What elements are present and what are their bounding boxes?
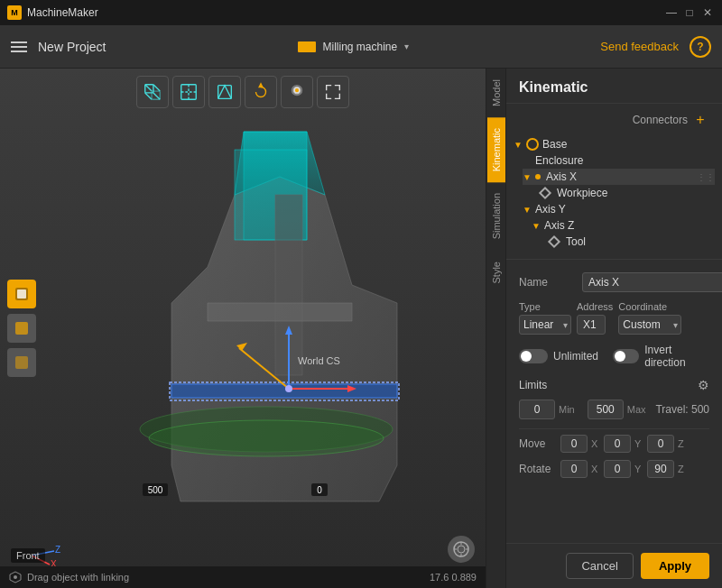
tab-style[interactable]: Style (487, 251, 505, 294)
connectors-row: Connectors + (506, 104, 722, 133)
dim-0-label: 0 (317, 485, 322, 495)
tool-icon (548, 235, 560, 248)
base-label: Base (542, 138, 567, 151)
type-address-coordinate-row: Type Linear Rotary Address Coordinate (519, 301, 709, 335)
apply-button[interactable]: Apply (641, 553, 709, 579)
rotate-view-button[interactable] (245, 76, 277, 108)
tab-kinematic[interactable]: Kinematic (487, 117, 505, 182)
machine-icon (298, 41, 316, 52)
axis-z-label: Axis Z (544, 219, 574, 232)
viewport[interactable]: Z X 500 0 World CS Front (0, 69, 486, 588)
tree-item-axis-x[interactable]: ▼ Axis X ⋮⋮ (523, 169, 715, 185)
tree-arrow-base[interactable]: ▼ (514, 140, 523, 150)
unlimited-toggle[interactable] (519, 349, 548, 363)
axis-x-label: Axis X (546, 170, 577, 183)
invert-toggle-item: Invert direction (613, 344, 709, 369)
side-tabs: Model Kinematic Simulation Style (486, 69, 505, 588)
workpiece-label: Workpiece (557, 187, 607, 199)
camera-icon[interactable] (448, 536, 475, 563)
tree-arrow-axis-x[interactable]: ▼ (523, 172, 532, 182)
tab-model[interactable]: Model (487, 69, 505, 117)
status-text: Drag object with linking (27, 572, 129, 583)
rotate-y-input[interactable] (604, 460, 631, 478)
tree-item-base[interactable]: ▼ Base (514, 136, 715, 152)
project-name: New Project (38, 40, 106, 54)
svg-line-4 (145, 93, 152, 99)
tree-arrow-axis-z[interactable]: ▼ (532, 221, 541, 231)
axis-x-icon (535, 174, 541, 179)
minimize-button[interactable]: — (664, 5, 679, 20)
rotate-z-input[interactable] (647, 460, 674, 478)
move-z-input[interactable] (647, 435, 674, 453)
expand-button[interactable] (317, 76, 349, 108)
address-label: Address (577, 301, 613, 312)
limit-min-unit: Min (559, 404, 575, 415)
unlimited-toggle-item: Unlimited (519, 349, 598, 363)
tool-label: Tool (566, 235, 586, 248)
help-button[interactable]: ? (690, 36, 711, 58)
move-y-input[interactable] (604, 435, 631, 453)
top-view-button[interactable] (172, 76, 205, 108)
menu-icon[interactable] (11, 41, 27, 52)
tree-item-workpiece[interactable]: Workpiece (541, 185, 715, 201)
app-name: MachineMaker (27, 6, 98, 19)
panel-footer: Cancel Apply (506, 543, 722, 588)
tree-more-icon: ⋮⋮ (697, 172, 715, 182)
enclosure-label: Enclosure (535, 154, 583, 167)
maximize-button[interactable]: □ (682, 5, 697, 20)
tree-item-axis-y[interactable]: ▼ Axis Y (523, 201, 715, 217)
properties-panel: Name ... Type Linear Rotary Address (506, 265, 722, 543)
type-select[interactable]: Linear Rotary (519, 315, 571, 335)
invert-knob (615, 351, 625, 362)
axis-y-label: Axis Y (535, 203, 566, 216)
tree-item-enclosure[interactable]: Enclosure (523, 152, 715, 169)
side-view-button[interactable] (208, 76, 241, 108)
titlebar-controls: — □ ✕ (664, 5, 715, 20)
name-input[interactable] (582, 272, 722, 292)
move-x-input[interactable] (560, 435, 588, 453)
tree-arrow-axis-y[interactable]: ▼ (523, 205, 532, 215)
address-input[interactable] (577, 315, 606, 335)
limits-settings-icon[interactable]: ⚙ (698, 378, 709, 392)
invert-toggle[interactable] (613, 349, 639, 363)
tree-item-axis-z[interactable]: ▼ Axis Z (532, 217, 715, 234)
svg-line-5 (153, 93, 160, 99)
tree-item-tool[interactable]: Tool (550, 234, 715, 250)
move-label: Move (519, 437, 557, 450)
machine-selector[interactable]: Milling machine ▾ (298, 41, 410, 53)
left-icon-1[interactable] (7, 280, 36, 308)
svg-rect-26 (171, 384, 397, 398)
travel-label: Travel: 500 (655, 403, 709, 416)
topbar-left: New Project (11, 40, 106, 54)
limit-min-input[interactable] (519, 400, 555, 419)
limits-title: Limits (519, 379, 547, 391)
dim-500-label: 500 (148, 485, 163, 495)
close-button[interactable]: ✕ (700, 5, 715, 20)
status-coords: 17.6 0.889 (430, 572, 477, 583)
connectors-add-button[interactable]: + (691, 111, 709, 129)
type-label: Type (519, 301, 571, 312)
viewport-toolbar (136, 76, 349, 108)
cancel-button[interactable]: Cancel (566, 553, 633, 579)
main-content: Z X 500 0 World CS Front (0, 69, 722, 588)
titlebar-left: M MachineMaker (7, 5, 98, 20)
svg-rect-17 (15, 356, 28, 369)
left-icon-3[interactable] (7, 348, 36, 377)
coordinate-select[interactable]: Custom World X World Y World Z (618, 315, 681, 335)
unlimited-knob (521, 351, 532, 362)
perspective-view-button[interactable] (136, 76, 169, 108)
tab-simulation[interactable]: Simulation (487, 182, 505, 250)
left-icon-2[interactable] (7, 314, 36, 343)
worldcs-label: World CS (298, 355, 340, 366)
limit-max-input[interactable] (588, 400, 624, 419)
lighting-button[interactable] (281, 76, 313, 108)
send-feedback-button[interactable]: Send feedback (600, 40, 679, 53)
move-z-axis: Z (678, 438, 687, 449)
toggle-row: Unlimited Invert direction (519, 344, 709, 369)
3d-scene: Z X 500 0 (0, 69, 486, 588)
kinematic-tree: ▼ Base Enclosure ▼ Axis X ⋮⋮ Workpiece (506, 133, 722, 253)
left-icons (7, 280, 36, 377)
machine-dropdown-icon[interactable]: ▾ (404, 41, 409, 51)
rotate-x-input[interactable] (560, 460, 588, 478)
rotate-label: Rotate (519, 463, 557, 475)
